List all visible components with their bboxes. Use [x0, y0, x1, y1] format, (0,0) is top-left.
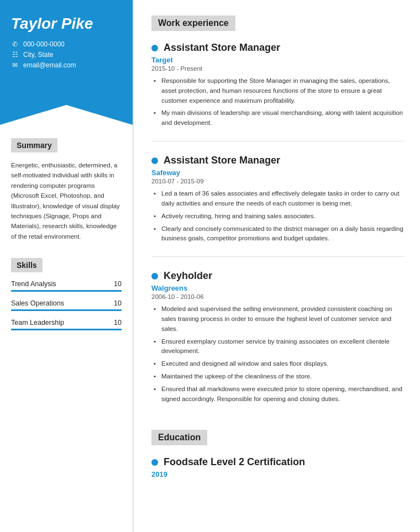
- job-entry: Assistant Store Manager Target 2015-10 -…: [151, 42, 405, 141]
- education-section: Education Foodsafe Level 2 Certification…: [151, 430, 405, 478]
- skill-item: Sales Operations 10: [11, 299, 122, 311]
- bullet-item: My main divisions of leadership are visu…: [154, 108, 405, 128]
- bullet-item: Modeled and supervised the selling envir…: [154, 304, 405, 334]
- company-name: Safeway: [151, 168, 405, 177]
- skill-name: Sales Operations: [11, 299, 64, 307]
- edu-entry: Foodsafe Level 2 Certification 2019: [151, 456, 405, 478]
- skill-score: 10: [114, 299, 122, 307]
- skill-bar-fill: [11, 309, 122, 311]
- work-experience-title: Work experience: [151, 15, 235, 31]
- skill-bar-fill: [11, 329, 122, 330]
- job-title-row: Assistant Store Manager: [151, 42, 405, 54]
- skills-section: Skills Trend Analysis 10 Sales Operation…: [11, 258, 122, 330]
- blue-dot: [151, 459, 158, 466]
- jobs-list: Assistant Store Manager Target 2015-10 -…: [151, 42, 405, 417]
- company-name: Target: [151, 56, 405, 64]
- phone-icon: ✆: [11, 40, 19, 48]
- skill-header: Trend Analysis 10: [11, 280, 122, 288]
- bullet-item: Executed and designed all window and sal…: [154, 359, 405, 369]
- blue-dot: [151, 45, 158, 51]
- date-range: 2015-10 - Present: [151, 65, 405, 72]
- edu-title-row: Foodsafe Level 2 Certification: [151, 456, 405, 468]
- bullet-item: Clearly and concisely communicated to th…: [154, 224, 405, 244]
- email-value: email@email.com: [23, 61, 76, 69]
- skills-title: Skills: [11, 258, 43, 272]
- skill-item: Team Leadership 10: [11, 319, 122, 330]
- date-range: 2010-07 - 2015-09: [151, 178, 405, 185]
- skill-score: 10: [114, 319, 122, 326]
- job-title: Keyholder: [164, 270, 212, 282]
- phone-value: 000-000-0000: [23, 40, 65, 48]
- bullet-item: Maintained the upkeep of the cleanliness…: [154, 372, 405, 382]
- skill-bar-bg: [11, 290, 122, 292]
- skill-score: 10: [114, 280, 122, 288]
- job-entry: Keyholder Walgreens 2006-10 - 2010-06 Mo…: [151, 270, 405, 417]
- bullet-item: Actively recruiting, hiring and training…: [154, 212, 405, 222]
- main-content: Work experience Assistant Store Manager …: [133, 0, 420, 532]
- edu-year: 2019: [151, 470, 405, 478]
- date-range: 2006-10 - 2010-06: [151, 293, 405, 300]
- location-icon: ☷: [11, 51, 19, 59]
- education-list: Foodsafe Level 2 Certification 2019: [151, 456, 405, 478]
- bullet-item: Led a team of 36 sales associates and ef…: [154, 189, 405, 209]
- skill-bar-fill: [11, 290, 122, 292]
- summary-title: Summary: [11, 138, 57, 152]
- location-value: City, State: [23, 51, 53, 59]
- skill-bar-bg: [11, 309, 122, 311]
- sidebar-header: Taylor Pike ✆ 000-000-0000 ☷ City, State…: [0, 0, 133, 105]
- job-title: Assistant Store Manager: [164, 42, 280, 54]
- sidebar-body: Summary Energetic, enthusiastic, determi…: [0, 105, 133, 349]
- sidebar: Taylor Pike ✆ 000-000-0000 ☷ City, State…: [0, 0, 133, 532]
- skill-item: Trend Analysis 10: [11, 280, 122, 292]
- job-title: Assistant Store Manager: [164, 155, 280, 166]
- location-contact: ☷ City, State: [11, 51, 122, 59]
- skill-bar-bg: [11, 329, 122, 330]
- job-title-row: Assistant Store Manager: [151, 155, 405, 166]
- bullet-item: Responsible for supporting the Store Man…: [154, 76, 405, 106]
- job-title-row: Keyholder: [151, 270, 405, 282]
- candidate-name: Taylor Pike: [11, 15, 122, 33]
- education-title: Education: [151, 430, 207, 445]
- bullet-list: Modeled and supervised the selling envir…: [154, 304, 405, 404]
- blue-dot: [151, 157, 158, 164]
- phone-contact: ✆ 000-000-0000: [11, 40, 122, 48]
- skill-header: Team Leadership 10: [11, 319, 122, 326]
- bullet-list: Responsible for supporting the Store Man…: [154, 76, 405, 128]
- summary-text: Energetic, enthusiastic, determined, a s…: [11, 160, 122, 241]
- email-icon: ✉: [11, 61, 19, 69]
- blue-dot: [151, 273, 158, 280]
- skill-header: Sales Operations 10: [11, 299, 122, 307]
- skill-name: Trend Analysis: [11, 280, 56, 288]
- skill-name: Team Leadership: [11, 319, 64, 326]
- email-contact: ✉ email@email.com: [11, 61, 122, 69]
- company-name: Walgreens: [151, 284, 405, 292]
- bullet-item: Ensured exemplary customer service by tr…: [154, 337, 405, 357]
- job-entry: Assistant Store Manager Safeway 2010-07 …: [151, 155, 405, 257]
- edu-title: Foodsafe Level 2 Certification: [164, 456, 305, 468]
- bullet-item: Ensured that all markdowns were executed…: [154, 384, 405, 404]
- bullet-list: Led a team of 36 sales associates and ef…: [154, 189, 405, 244]
- skills-list: Trend Analysis 10 Sales Operations 10 Te…: [11, 280, 122, 330]
